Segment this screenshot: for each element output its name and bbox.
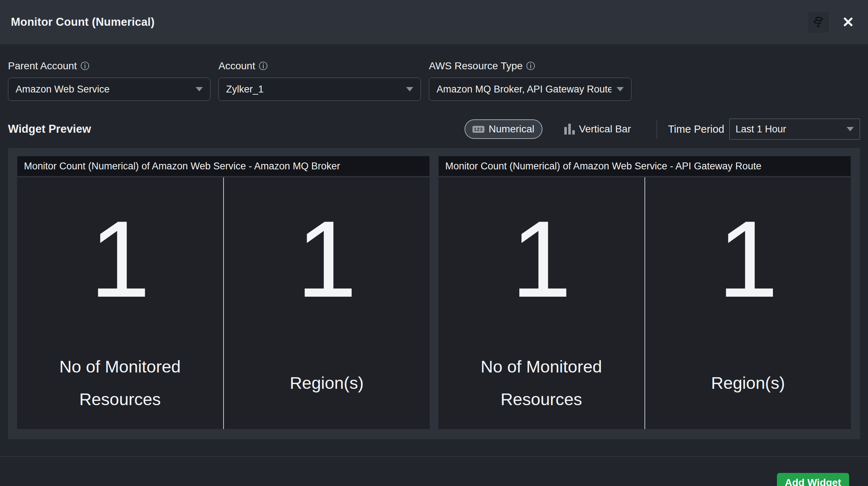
metric-monitored-resources: 1 No of Monitored Resources xyxy=(438,177,644,429)
metric-regions: 1 Region(s) xyxy=(223,177,430,429)
account-select[interactable]: Zylker_1 xyxy=(218,78,421,101)
widget-panel-api-gateway: Monitor Count (Numerical) of Amazon Web … xyxy=(438,156,851,429)
toggle-vertical-bar[interactable]: Vertical Bar xyxy=(564,119,631,139)
preview-bar: Widget Preview 123 Numerical Vertical Ba… xyxy=(8,118,860,140)
info-icon: ⓘ xyxy=(81,60,89,72)
metric-monitored-resources: 1 No of Monitored Resources xyxy=(17,177,223,429)
toggle-numerical-label: Numerical xyxy=(489,123,535,135)
widget-preview-container: Monitor Count (Numerical) of Amazon Web … xyxy=(8,148,860,439)
123-badge-icon: 123 xyxy=(472,126,484,133)
info-icon: ⓘ xyxy=(259,60,267,72)
account-label: Account ⓘ xyxy=(218,60,421,72)
aws-resource-type-label: AWS Resource Type ⓘ xyxy=(429,60,631,72)
metric-value: 1 xyxy=(718,177,778,337)
metric-regions: 1 Region(s) xyxy=(644,177,851,429)
account-label-text: Account xyxy=(218,60,255,72)
aws-resource-type-label-text: AWS Resource Type xyxy=(429,60,523,72)
signpost-icon xyxy=(812,15,825,29)
widget-title: Monitor Count (Numerical) of Amazon Web … xyxy=(438,156,851,176)
chevron-down-icon xyxy=(406,87,413,91)
time-period-value: Last 1 Hour xyxy=(736,124,842,135)
modal-header: Monitor Count (Numerical) ✕ xyxy=(0,0,868,44)
metric-value: 1 xyxy=(90,177,150,337)
chevron-down-icon xyxy=(617,87,624,91)
bar-chart-icon xyxy=(564,124,575,135)
parent-account-label: Parent Account ⓘ xyxy=(8,60,210,72)
filter-row: Parent Account ⓘ Amazon Web Service Acco… xyxy=(8,60,860,101)
metric-label: Region(s) xyxy=(711,337,785,429)
widget-body: 1 No of Monitored Resources 1 Region(s) xyxy=(17,177,430,429)
widget-preview-heading: Widget Preview xyxy=(8,123,91,136)
widget-body: 1 No of Monitored Resources 1 Region(s) xyxy=(438,177,851,429)
parent-account-select[interactable]: Amazon Web Service xyxy=(8,78,210,101)
parent-account-label-text: Parent Account xyxy=(8,60,77,72)
parent-account-value: Amazon Web Service xyxy=(16,84,191,95)
toggle-vertical-bar-label: Vertical Bar xyxy=(579,123,631,135)
add-widget-button[interactable]: Add Widget xyxy=(777,473,849,486)
header-actions: ✕ xyxy=(807,11,857,33)
account-value: Zylker_1 xyxy=(226,84,401,95)
metric-value: 1 xyxy=(296,177,357,337)
metric-value: 1 xyxy=(511,177,572,337)
chevron-down-icon xyxy=(196,87,203,91)
widget-title: Monitor Count (Numerical) of Amazon Web … xyxy=(17,156,430,176)
metric-label: No of Monitored Resources xyxy=(37,337,204,429)
add-widget-modal: Monitor Count (Numerical) ✕ xyxy=(0,0,868,486)
time-period-select[interactable]: Last 1 Hour xyxy=(729,119,860,140)
close-icon[interactable]: ✕ xyxy=(839,13,857,31)
chevron-down-icon xyxy=(847,127,854,131)
modal-content: Parent Account ⓘ Amazon Web Service Acco… xyxy=(0,44,868,486)
modal-footer: Add Widget xyxy=(8,457,860,486)
widget-panel-mq-broker: Monitor Count (Numerical) of Amazon Web … xyxy=(17,156,430,429)
parent-account-filter: Parent Account ⓘ Amazon Web Service xyxy=(8,60,210,101)
modal-title: Monitor Count (Numerical) xyxy=(11,16,155,29)
metric-label: Region(s) xyxy=(290,337,364,429)
metric-label: No of Monitored Resources xyxy=(458,337,625,429)
controls-divider xyxy=(656,120,657,139)
preview-controls: 123 Numerical Vertical Bar Time Period L… xyxy=(464,119,860,140)
time-period-label: Time Period xyxy=(668,123,724,135)
aws-resource-type-filter: AWS Resource Type ⓘ Amazon MQ Broker, AP… xyxy=(429,60,631,101)
signpost-button[interactable] xyxy=(807,11,830,33)
aws-resource-type-select[interactable]: Amazon MQ Broker, API Gateway Route xyxy=(429,78,631,101)
toggle-numerical[interactable]: 123 Numerical xyxy=(464,119,542,139)
info-icon: ⓘ xyxy=(526,60,535,72)
aws-resource-type-value: Amazon MQ Broker, API Gateway Route xyxy=(437,84,611,95)
account-filter: Account ⓘ Zylker_1 xyxy=(218,60,421,101)
